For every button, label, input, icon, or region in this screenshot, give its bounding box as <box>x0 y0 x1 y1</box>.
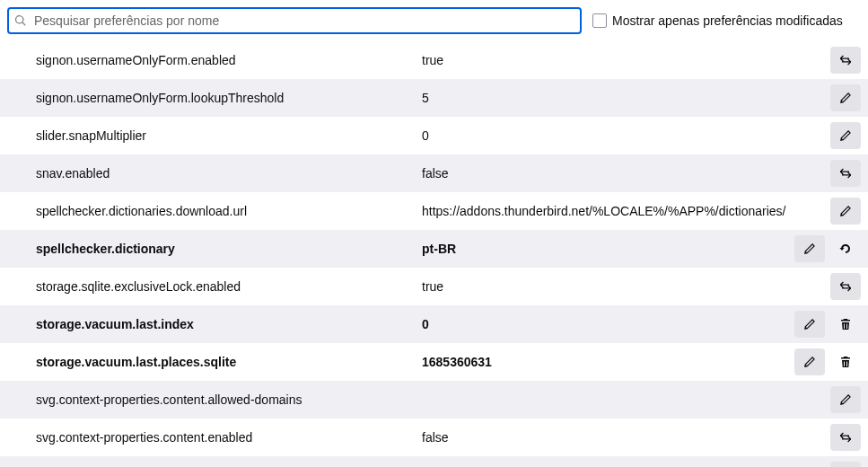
row-actions <box>794 348 861 375</box>
pref-value: 0 <box>422 128 830 144</box>
table-row: storage.sqlite.exclusiveLock.enabledtrue <box>0 268 868 305</box>
edit-button[interactable] <box>830 84 861 111</box>
toggle-icon <box>838 53 853 67</box>
toggle-button[interactable] <box>830 462 861 467</box>
pref-name: storage.vacuum.last.index <box>36 317 422 331</box>
pref-value: 1685360631 <box>422 354 794 370</box>
table-row: svg.disabledfalse <box>0 456 868 467</box>
toggle-icon <box>838 279 853 294</box>
pref-name: storage.vacuum.last.places.sqlite <box>36 355 422 369</box>
reset-button[interactable] <box>830 235 861 262</box>
table-row: svg.context-properties.content.enabledfa… <box>0 419 868 456</box>
modified-only-label: Mostrar apenas preferências modificadas <box>612 13 843 28</box>
edit-icon <box>802 242 817 256</box>
search-input[interactable] <box>7 7 582 34</box>
pref-name: snav.enabled <box>36 166 422 181</box>
pref-name: storage.sqlite.exclusiveLock.enabled <box>36 279 422 294</box>
pref-name: slider.snapMultiplier <box>36 128 422 143</box>
toggle-button[interactable] <box>830 47 861 74</box>
edit-button[interactable] <box>830 386 861 413</box>
toggle-icon <box>838 430 853 445</box>
pref-value: false <box>422 165 830 181</box>
pref-value: pt-BR <box>422 241 794 257</box>
pref-name: svg.context-properties.content.enabled <box>36 430 422 445</box>
toggle-button[interactable] <box>830 424 861 451</box>
row-actions <box>830 84 861 111</box>
row-actions <box>830 47 861 74</box>
row-actions <box>830 273 861 300</box>
search-icon <box>14 14 27 27</box>
row-actions <box>830 462 861 467</box>
delete-icon <box>838 355 853 369</box>
search-wrap <box>7 7 582 34</box>
edit-icon <box>838 128 853 143</box>
toggle-button[interactable] <box>830 273 861 300</box>
edit-button[interactable] <box>794 235 825 262</box>
pref-value: false <box>422 429 830 445</box>
pref-name: spellchecker.dictionaries.download.url <box>36 204 422 218</box>
table-row: signon.usernameOnlyForm.enabledtrue <box>0 41 868 79</box>
edit-icon <box>838 91 853 105</box>
row-actions <box>830 160 861 187</box>
row-actions <box>830 198 861 225</box>
table-row: storage.vacuum.last.index0 <box>0 305 868 343</box>
table-row: spellchecker.dictionarypt-BR <box>0 230 868 268</box>
edit-icon <box>802 355 817 369</box>
row-actions <box>794 311 861 338</box>
edit-button[interactable] <box>794 348 825 375</box>
pref-name: spellchecker.dictionary <box>36 242 422 256</box>
reset-icon <box>838 242 853 256</box>
table-row: storage.vacuum.last.places.sqlite1685360… <box>0 343 868 381</box>
edit-button[interactable] <box>830 198 861 225</box>
pref-value: 0 <box>422 316 794 332</box>
row-actions <box>830 122 861 149</box>
pref-name: signon.usernameOnlyForm.lookupThreshold <box>36 91 422 105</box>
edit-button[interactable] <box>830 122 861 149</box>
modified-only-checkbox-wrap[interactable]: Mostrar apenas preferências modificadas <box>592 13 843 28</box>
pref-value: true <box>422 52 830 68</box>
row-actions <box>830 424 861 451</box>
pref-name: svg.context-properties.content.allowed-d… <box>36 392 422 407</box>
delete-button[interactable] <box>830 311 861 338</box>
edit-icon <box>838 392 853 407</box>
preferences-table: signon.usernameOnlyForm.enabledtruesigno… <box>0 41 868 467</box>
pref-value: 5 <box>422 90 830 106</box>
table-row: signon.usernameOnlyForm.lookupThreshold5 <box>0 79 868 117</box>
delete-icon <box>838 317 853 331</box>
edit-button[interactable] <box>794 311 825 338</box>
edit-icon <box>802 317 817 331</box>
pref-name: signon.usernameOnlyForm.enabled <box>36 53 422 67</box>
table-row: svg.context-properties.content.allowed-d… <box>0 381 868 419</box>
delete-button[interactable] <box>830 348 861 375</box>
modified-only-checkbox[interactable] <box>592 13 607 28</box>
table-row: slider.snapMultiplier0 <box>0 117 868 154</box>
header: Mostrar apenas preferências modificadas <box>0 0 868 41</box>
toggle-icon <box>838 166 853 181</box>
edit-icon <box>838 204 853 218</box>
row-actions <box>830 386 861 413</box>
pref-value: true <box>422 278 830 295</box>
table-row: spellchecker.dictionaries.download.urlht… <box>0 192 868 230</box>
pref-value: https://addons.thunderbird.net/%LOCALE%/… <box>422 203 830 219</box>
table-row: snav.enabledfalse <box>0 154 868 192</box>
toggle-button[interactable] <box>830 160 861 187</box>
row-actions <box>794 235 861 262</box>
